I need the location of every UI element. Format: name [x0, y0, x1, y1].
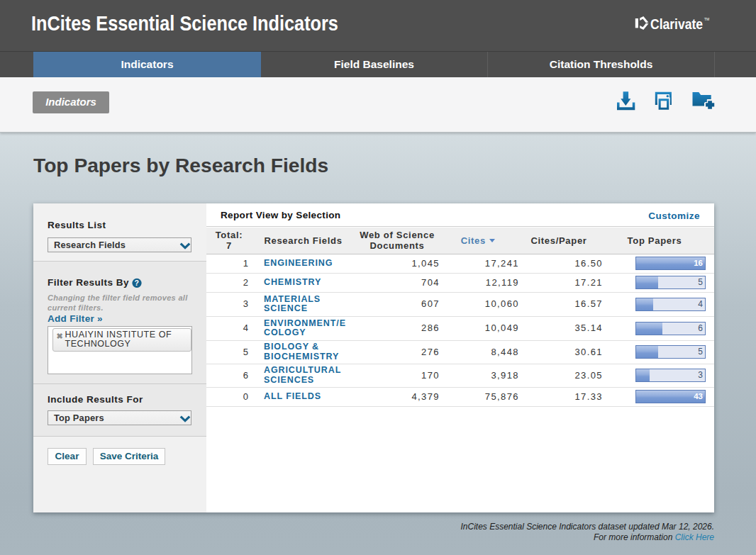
svg-text:Clarivate: Clarivate — [650, 16, 703, 31]
svg-text:TM: TM — [704, 17, 709, 21]
svg-text:?: ? — [135, 279, 140, 287]
